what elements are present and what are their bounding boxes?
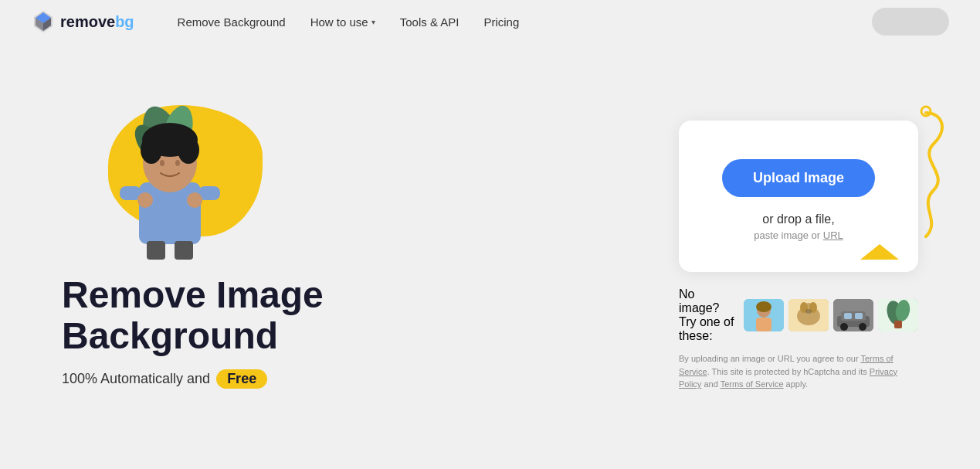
svg-point-25 [756, 301, 771, 312]
free-badge: Free [216, 369, 267, 389]
logo-remove: remove [60, 13, 115, 31]
svg-rect-24 [756, 318, 771, 331]
logo-text: removebg [60, 13, 134, 31]
navbar: removebg Remove Background How to use ▾ … [0, 0, 980, 43]
sample-thumb-person[interactable] [744, 299, 784, 331]
logo-bg: bg [115, 13, 134, 31]
main-content: Remove Image Background 100% Automatical… [0, 43, 980, 391]
svg-rect-37 [844, 313, 852, 319]
svg-rect-20 [147, 241, 165, 260]
svg-point-35 [840, 323, 848, 331]
drop-text: or drop a file, [762, 212, 834, 226]
terms-text: By uploading an image or URL you agree t… [679, 352, 918, 391]
nav-remove-bg[interactable]: Remove Background [165, 9, 298, 35]
hero-title: Remove Image Background [62, 275, 632, 357]
svg-point-11 [137, 192, 153, 208]
svg-point-17 [178, 136, 199, 164]
nav-tools-api[interactable]: Tools & API [388, 9, 472, 35]
svg-point-18 [160, 160, 164, 166]
nav-right [872, 8, 949, 36]
url-link[interactable]: URL [823, 229, 843, 241]
svg-point-19 [175, 160, 180, 166]
svg-marker-44 [860, 244, 899, 260]
sample-section: No image? Try one of these: [679, 287, 918, 391]
sample-thumb-car[interactable] [833, 299, 873, 331]
login-button[interactable] [872, 8, 949, 36]
no-image-row: No image? Try one of these: [679, 287, 918, 343]
sample-thumb-dog[interactable] [788, 299, 829, 331]
hero-figure [62, 90, 293, 260]
person-illustration [93, 90, 247, 260]
svg-rect-21 [175, 241, 193, 260]
svg-point-31 [805, 309, 812, 314]
sample-thumb-plant[interactable] [878, 299, 918, 331]
svg-point-36 [859, 323, 866, 331]
nav-links: Remove Background How to use ▾ Tools & A… [165, 9, 872, 35]
terms-of-service-link-1[interactable]: Terms of Service [679, 354, 894, 376]
svg-point-12 [187, 192, 202, 208]
svg-rect-42 [894, 321, 902, 328]
no-image-text: No image? Try one of these: [679, 287, 736, 343]
nav-pricing[interactable]: Pricing [471, 9, 531, 35]
upload-image-button[interactable]: Upload Image [722, 159, 875, 197]
sample-images [744, 299, 918, 331]
terms-of-service-link-2[interactable]: Terms of Service [721, 379, 784, 389]
svg-point-16 [141, 136, 162, 164]
decorative-squiggle [856, 105, 957, 278]
svg-rect-38 [855, 313, 863, 319]
logo-icon [31, 9, 56, 34]
hero-subtitle: 100% Automatically and Free [62, 369, 632, 389]
nav-how-to-use[interactable]: How to use ▾ [298, 9, 388, 35]
paste-text: paste image or URL [754, 229, 843, 241]
privacy-policy-link[interactable]: Privacy Policy [679, 367, 897, 389]
left-section: Remove Image Background 100% Automatical… [62, 74, 632, 389]
logo-link[interactable]: removebg [31, 9, 134, 34]
chevron-down-icon: ▾ [371, 18, 375, 26]
